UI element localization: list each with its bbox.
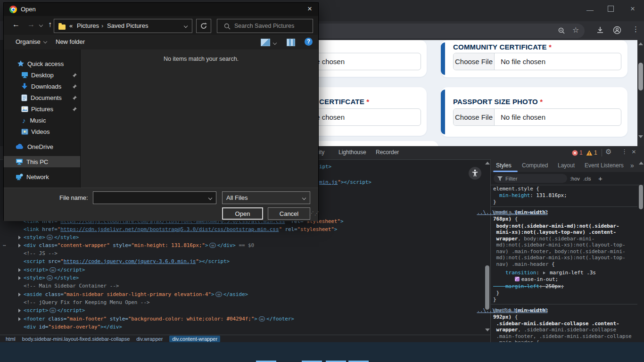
code-line[interactable]: } <box>493 290 499 296</box>
tab-computed[interactable]: Computed <box>522 159 548 172</box>
expand-arrow-icon[interactable] <box>18 317 21 321</box>
file-input[interactable]: Choose File No file chosen <box>453 108 621 126</box>
file-name-dropdown-chevron[interactable] <box>208 196 212 200</box>
console-error-indicator[interactable]: 1 <box>572 146 583 159</box>
breadcrumb-dropdown-chevron[interactable] <box>184 24 188 28</box>
dom-breadcrumb-item[interactable]: div.content-wrapper <box>169 336 220 342</box>
expand-arrow-icon[interactable] <box>18 268 21 272</box>
cancel-button[interactable]: Cancel <box>268 207 310 220</box>
window-restore-button[interactable] <box>608 6 614 12</box>
devtools-tab-recorder[interactable]: Recorder <box>376 146 399 159</box>
code-line[interactable]: <div id="sidebar-overlay"></div> <box>24 323 122 331</box>
dom-breadcrumb-item[interactable]: html <box>6 336 16 342</box>
code-line[interactable]: <!-- JS --> <box>24 249 58 257</box>
code-line[interactable]: } <box>493 199 496 206</box>
code-line[interactable]: wrapper, body:not(.sidebar-mini- <box>493 236 594 242</box>
scroll-up-icon[interactable] <box>639 162 644 165</box>
code-line[interactable]: nav) .main-header { <box>493 261 554 268</box>
view-selector-icon[interactable] <box>261 39 270 46</box>
collapsed-content-icon[interactable]: … <box>47 235 53 240</box>
sidebar-item-network[interactable]: Network <box>4 171 80 182</box>
window-close-button[interactable]: × <box>630 5 635 12</box>
code-line[interactable]: <!-- Main Sidebar Container --> <box>24 282 119 290</box>
collapsed-content-icon[interactable]: … <box>47 275 53 280</box>
code-line[interactable]: md):not(.sidebar-mini-xs):not(.layout-to… <box>493 242 625 248</box>
expand-arrow-icon[interactable] <box>18 244 21 247</box>
sidebar-item-pictures[interactable]: Pictures <box>4 103 80 115</box>
code-line[interactable]: ipt> <box>319 163 331 171</box>
code-line[interactable]: <script src="https://code.jquery.com/jqu… <box>24 257 230 265</box>
code-line[interactable]: ⋯<div class="content-wrapper" style="min… <box>24 241 254 249</box>
code-line[interactable]: <script>…</script> <box>24 266 85 274</box>
view-selector-chevron[interactable] <box>273 41 277 45</box>
code-line[interactable]: transition: margin-left .3s <box>493 270 596 276</box>
styles-filter-input[interactable]: Filter <box>494 174 567 183</box>
sidebar-item-documents[interactable]: Documents <box>4 92 80 103</box>
code-line[interactable]: <link href="https://cdn.jsdelivr.net/npm… <box>24 225 337 233</box>
code-line[interactable]: element.style { <box>493 186 539 192</box>
code-line[interactable]: <!-- jQuery Fix for Keeping Menu Open --… <box>24 298 149 306</box>
code-line[interactable]: min-height: 131.816px; <box>493 192 567 199</box>
zoom-icon[interactable] <box>558 27 566 35</box>
sidebar-item-music[interactable]: ♪Music <box>4 115 80 126</box>
file-type-select[interactable]: All Files <box>222 191 310 204</box>
page-scrollbar-thumb[interactable] <box>638 63 643 90</box>
code-line[interactable]: ease-in-out; <box>493 276 558 283</box>
code-line[interactable]: <aside class="main-sidebar sidebar-light… <box>24 290 248 298</box>
code-line[interactable]: margin-left: 250px; <box>493 283 564 290</box>
bookmark-star-icon[interactable]: ☆ <box>572 25 579 34</box>
expand-arrow-icon[interactable] <box>18 293 21 296</box>
code-line[interactable]: <style>…</style> <box>24 274 79 282</box>
breadcrumb[interactable]: « Pictures › Saved Pictures <box>54 19 192 33</box>
code-line[interactable]: <footer class="main-footer" style="backg… <box>24 315 294 323</box>
code-line[interactable]: <style>…</style> <box>24 233 79 241</box>
breadcrumb-chevrons[interactable]: « <box>69 22 73 29</box>
collapsed-content-icon[interactable]: … <box>259 316 265 321</box>
scroll-down-icon[interactable] <box>485 329 490 331</box>
code-line[interactable]: <script>…</script> <box>24 306 85 314</box>
open-button[interactable]: Open <box>222 207 263 220</box>
browser-menu-icon[interactable]: ⋮ <box>632 25 639 33</box>
code-line[interactable]: wrapper, .sidebar-mini.sidebar-collapse <box>493 327 616 333</box>
devtools-close-icon[interactable]: × <box>632 148 636 156</box>
toggle-hover-state[interactable]: :hov <box>570 172 580 185</box>
dialog-titlebar[interactable]: Open × <box>4 3 318 16</box>
tab-layout[interactable]: Layout <box>558 159 575 172</box>
dom-breadcrumb-item[interactable]: body.sidebar-mini.layout-fixed.sidebar-c… <box>22 336 130 342</box>
code-line[interactable]: } <box>493 296 496 303</box>
devtools-settings-icon[interactable]: ⚙ <box>605 148 611 156</box>
new-style-rule-icon[interactable]: + <box>598 172 603 185</box>
styles-scrollbar-thumb[interactable] <box>639 185 643 209</box>
up-button[interactable]: ↑ <box>48 20 52 29</box>
accessibility-person-icon[interactable] <box>469 167 481 180</box>
page-scrollbar[interactable] <box>637 40 644 146</box>
organise-button[interactable]: Organise <box>16 38 47 45</box>
window-minimize-button[interactable]: — <box>586 6 594 13</box>
devtools-splitter[interactable] <box>490 159 491 342</box>
profile-icon[interactable] <box>613 26 621 34</box>
devtools-tab-lighthouse[interactable]: Lighthouse <box>339 146 366 159</box>
sidebar-item-quick-access[interactable]: Quick access <box>4 58 80 69</box>
scroll-down-icon[interactable] <box>638 135 643 138</box>
preview-pane-icon[interactable] <box>287 39 295 46</box>
elements-scrollbar-thumb[interactable] <box>485 265 489 310</box>
sidebar-item-onedrive[interactable]: OneDrive <box>4 141 80 152</box>
scroll-up-icon[interactable] <box>638 42 643 45</box>
console-warning-indicator[interactable]: 1 <box>586 146 597 159</box>
dialog-search-box[interactable]: Search Saved Pictures <box>217 19 313 33</box>
sidebar-item-downloads[interactable]: Downloads <box>4 81 80 92</box>
code-line[interactable]: md):not(.sidebar-mini-xs):not(.layout-to… <box>493 255 625 261</box>
code-line[interactable]: 768px) { <box>493 216 518 222</box>
dom-breadcrumb-item[interactable]: div.wrapper <box>136 336 163 342</box>
file-input[interactable]: Choose File No file chosen <box>453 53 621 70</box>
back-button[interactable]: ← <box>12 20 20 29</box>
file-name-input[interactable] <box>93 191 216 204</box>
expand-arrow-icon[interactable] <box>18 309 21 313</box>
more-tabs-icon[interactable]: » <box>630 159 634 172</box>
choose-file-button[interactable]: Choose File <box>454 53 495 70</box>
code-line[interactable]: 992px) { <box>493 314 518 321</box>
collapsed-content-icon[interactable]: … <box>209 243 215 248</box>
tab-event-listeners[interactable]: Event Listeners <box>585 159 624 172</box>
recent-locations-chevron[interactable] <box>39 23 43 27</box>
file-name-field[interactable] <box>95 193 206 203</box>
